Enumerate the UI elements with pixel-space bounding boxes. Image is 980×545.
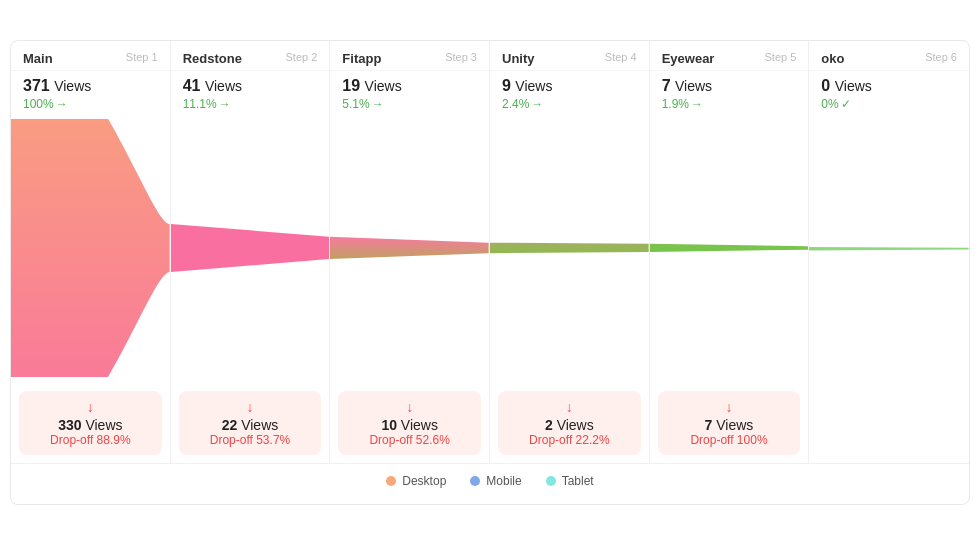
funnel-col-fitapp: Fitapp Step 3 19 Views 5.1%→ ↓ 10 Views … <box>330 41 490 462</box>
col-stats-redstone: 41 Views 11.1%→ <box>171 71 330 119</box>
dropoff-views-redstone: 22 Views <box>189 417 312 433</box>
funnel-vis-unity <box>490 119 649 384</box>
funnel-vis-fitapp <box>330 119 489 384</box>
col-header-main: Main Step 1 <box>11 41 170 71</box>
col-title-unity: Unity <box>502 51 535 66</box>
legend-label-tablet: Tablet <box>562 474 594 488</box>
legend-item-mobile: Mobile <box>470 474 521 488</box>
dropoff-pct-eyewear: Drop-off 100% <box>668 433 791 447</box>
col-title-eyewear: Eyewear <box>662 51 715 66</box>
dropoff-box-main: ↓ 330 Views Drop-off 88.9% <box>19 391 162 455</box>
legend-label-desktop: Desktop <box>402 474 446 488</box>
pct-fitapp: 5.1%→ <box>342 97 477 111</box>
dropoff-arrow-redstone: ↓ <box>189 399 312 415</box>
views-count-main: 371 Views <box>23 77 158 95</box>
step-label-eyewear: Step 5 <box>765 51 797 63</box>
col-title-fitapp: Fitapp <box>342 51 381 66</box>
step-label-fitapp: Step 3 <box>445 51 477 63</box>
step-label-oko: Step 6 <box>925 51 957 63</box>
funnel-grid: Main Step 1 371 Views 100%→ ↓ 330 Views … <box>11 41 969 463</box>
dropoff-pct-main: Drop-off 88.9% <box>29 433 152 447</box>
funnel-vis-eyewear <box>650 119 809 384</box>
col-header-eyewear: Eyewear Step 5 <box>650 41 809 71</box>
dropoff-arrow-fitapp: ↓ <box>348 399 471 415</box>
col-stats-oko: 0 Views 0%✓ <box>809 71 969 119</box>
step-label-unity: Step 4 <box>605 51 637 63</box>
pct-main: 100%→ <box>23 97 158 111</box>
dropoff-box-eyewear: ↓ 7 Views Drop-off 100% <box>658 391 801 455</box>
pct-redstone: 11.1%→ <box>183 97 318 111</box>
dropoff-views-fitapp: 10 Views <box>348 417 471 433</box>
funnel-col-unity: Unity Step 4 9 Views 2.4%→ ↓ 2 Views Dro… <box>490 41 650 462</box>
col-title-redstone: Redstone <box>183 51 242 66</box>
legend-dot-desktop <box>386 476 396 486</box>
col-stats-main: 371 Views 100%→ <box>11 71 170 119</box>
col-stats-eyewear: 7 Views 1.9%→ <box>650 71 809 119</box>
funnel-container: Main Step 1 371 Views 100%→ ↓ 330 Views … <box>10 40 970 504</box>
step-label-redstone: Step 2 <box>286 51 318 63</box>
views-count-redstone: 41 Views <box>183 77 318 95</box>
views-count-fitapp: 19 Views <box>342 77 477 95</box>
dropoff-arrow-main: ↓ <box>29 399 152 415</box>
dropoff-arrow-unity: ↓ <box>508 399 631 415</box>
col-title-oko: oko <box>821 51 844 66</box>
col-stats-fitapp: 19 Views 5.1%→ <box>330 71 489 119</box>
col-header-redstone: Redstone Step 2 <box>171 41 330 71</box>
col-header-oko: oko Step 6 <box>809 41 969 71</box>
legend-dot-mobile <box>470 476 480 486</box>
funnel-col-redstone: Redstone Step 2 41 Views 11.1%→ ↓ 22 Vie… <box>171 41 331 462</box>
pct-unity: 2.4%→ <box>502 97 637 111</box>
legend-item-desktop: Desktop <box>386 474 446 488</box>
views-count-unity: 9 Views <box>502 77 637 95</box>
dropoff-pct-fitapp: Drop-off 52.6% <box>348 433 471 447</box>
funnel-vis-oko <box>809 119 969 382</box>
dropoff-box-unity: ↓ 2 Views Drop-off 22.2% <box>498 391 641 455</box>
pct-eyewear: 1.9%→ <box>662 97 797 111</box>
legend: Desktop Mobile Tablet <box>11 464 969 492</box>
dropoff-box-redstone: ↓ 22 Views Drop-off 53.7% <box>179 391 322 455</box>
col-header-unity: Unity Step 4 <box>490 41 649 71</box>
col-header-fitapp: Fitapp Step 3 <box>330 41 489 71</box>
dropoff-box-fitapp: ↓ 10 Views Drop-off 52.6% <box>338 391 481 455</box>
funnel-vis-redstone <box>171 119 330 384</box>
funnel-col-oko: oko Step 6 0 Views 0%✓ <box>809 41 969 462</box>
dropoff-pct-unity: Drop-off 22.2% <box>508 433 631 447</box>
funnel-vis-main <box>11 119 170 384</box>
views-count-oko: 0 Views <box>821 77 957 95</box>
col-stats-unity: 9 Views 2.4%→ <box>490 71 649 119</box>
dropoff-views-main: 330 Views <box>29 417 152 433</box>
dropoff-pct-redstone: Drop-off 53.7% <box>189 433 312 447</box>
step-label-main: Step 1 <box>126 51 158 63</box>
legend-item-tablet: Tablet <box>546 474 594 488</box>
col-title-main: Main <box>23 51 53 66</box>
funnel-col-eyewear: Eyewear Step 5 7 Views 1.9%→ ↓ 7 Views D… <box>650 41 810 462</box>
funnel-col-main: Main Step 1 371 Views 100%→ ↓ 330 Views … <box>11 41 171 462</box>
legend-label-mobile: Mobile <box>486 474 521 488</box>
legend-dot-tablet <box>546 476 556 486</box>
pct-oko: 0%✓ <box>821 97 957 111</box>
dropoff-views-eyewear: 7 Views <box>668 417 791 433</box>
dropoff-views-unity: 2 Views <box>508 417 631 433</box>
views-count-eyewear: 7 Views <box>662 77 797 95</box>
dropoff-arrow-eyewear: ↓ <box>668 399 791 415</box>
